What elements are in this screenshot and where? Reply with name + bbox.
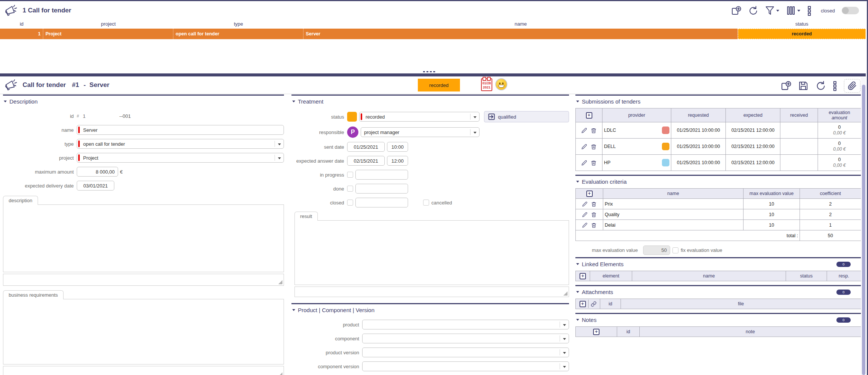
description-tab[interactable]: description xyxy=(3,196,38,205)
business-requirements-editor-footer[interactable] xyxy=(3,366,284,375)
trash-icon[interactable] xyxy=(591,212,596,217)
in-progress-checkbox[interactable] xyxy=(347,172,353,178)
trash-icon[interactable] xyxy=(591,201,596,207)
chevron-down-icon[interactable] xyxy=(563,324,566,326)
trash-icon[interactable] xyxy=(591,223,596,228)
chevron-down-icon[interactable] xyxy=(278,143,281,145)
add-linked-element-button[interactable]: + xyxy=(580,273,586,279)
resize-grip-icon[interactable] xyxy=(563,291,568,296)
edit-icon[interactable] xyxy=(581,144,587,149)
status-select[interactable]: recorded xyxy=(359,112,480,122)
table-row[interactable]: 1 Project open call for tender Server re… xyxy=(0,29,866,39)
list-header-id[interactable]: id xyxy=(0,21,43,27)
edit-icon[interactable] xyxy=(581,128,587,133)
add-note-button[interactable]: + xyxy=(593,329,599,335)
trash-icon[interactable] xyxy=(591,128,596,133)
delivery-date-field[interactable] xyxy=(77,181,114,191)
add-submission-button[interactable]: + xyxy=(586,112,592,119)
chevron-down-icon[interactable] xyxy=(473,116,476,118)
more-menu-icon[interactable] xyxy=(807,6,812,16)
name-field[interactable]: Server xyxy=(77,125,284,135)
table-row[interactable]: LDLC 01/25/2021 10:00:00 02/15/2021 12:0… xyxy=(576,122,861,138)
closed-date-field[interactable] xyxy=(355,198,408,207)
chevron-down-icon[interactable] xyxy=(563,352,566,354)
list-header-project[interactable]: project xyxy=(43,21,173,27)
sent-time-field[interactable] xyxy=(387,142,408,152)
project-select[interactable]: Project xyxy=(77,153,284,163)
in-progress-date-field[interactable] xyxy=(355,170,408,180)
cancelled-checkbox[interactable] xyxy=(423,200,429,206)
answer-date-field[interactable] xyxy=(347,156,385,166)
table-row[interactable]: Delai 10 1 xyxy=(576,220,861,230)
description-editor[interactable] xyxy=(3,204,284,272)
closed-checkbox[interactable] xyxy=(347,200,353,206)
next-status-button[interactable]: qualified xyxy=(484,111,569,122)
table-row[interactable]: DELL 01/25/2021 10:00:00 02/15/2021 12:0… xyxy=(576,138,861,154)
add-icon[interactable] xyxy=(781,81,791,91)
row-cell-status[interactable]: recorded xyxy=(738,29,866,39)
edit-icon[interactable] xyxy=(581,160,587,166)
type-select[interactable]: open call for tender xyxy=(77,139,284,149)
attachment-dropzone[interactable] xyxy=(844,79,860,93)
submissions-section-header[interactable]: Submissions of tenders xyxy=(575,95,861,107)
linked-elements-section-header[interactable]: Linked Elements 0 xyxy=(575,257,861,269)
product-section-header[interactable]: Product | Component | Version xyxy=(291,303,569,315)
list-header-status[interactable]: status xyxy=(738,21,866,27)
more-menu-icon[interactable] xyxy=(833,81,837,91)
result-editor-footer[interactable] xyxy=(294,287,569,297)
product-version-select[interactable] xyxy=(362,348,569,357)
chevron-down-icon[interactable] xyxy=(563,366,566,368)
resize-grip-icon[interactable] xyxy=(278,280,282,284)
row-cell-name[interactable]: Server xyxy=(303,29,738,39)
sent-date-field[interactable] xyxy=(347,142,385,152)
refresh-icon[interactable] xyxy=(815,81,826,91)
chevron-down-icon[interactable] xyxy=(563,338,566,340)
business-requirements-editor[interactable] xyxy=(3,299,284,364)
link-icon[interactable] xyxy=(591,301,596,307)
resize-grip-icon[interactable] xyxy=(278,372,282,375)
result-editor[interactable] xyxy=(294,220,569,285)
save-icon[interactable] xyxy=(798,81,809,91)
description-section-header[interactable]: Description xyxy=(3,95,284,107)
scrollbar-thumb[interactable] xyxy=(862,85,865,375)
columns-icon[interactable] xyxy=(786,6,800,15)
responsible-select[interactable]: project manager xyxy=(361,127,480,137)
list-header-type[interactable]: type xyxy=(173,21,303,27)
criteria-section-header[interactable]: Evaluation criteria xyxy=(575,175,861,187)
attachments-section-header[interactable]: Attachments 0 xyxy=(575,285,861,297)
product-select[interactable] xyxy=(362,320,569,329)
answer-time-field[interactable] xyxy=(387,156,408,166)
trash-icon[interactable] xyxy=(591,144,596,149)
done-checkbox[interactable] xyxy=(347,186,353,192)
split-drag-handle-icon[interactable] xyxy=(423,71,435,72)
table-row[interactable]: Quality 10 2 xyxy=(576,209,861,220)
add-icon[interactable] xyxy=(731,6,741,16)
row-cell-id[interactable]: 1 xyxy=(0,29,43,39)
add-criterion-button[interactable]: + xyxy=(586,191,593,197)
chevron-down-icon[interactable] xyxy=(278,157,281,159)
row-cell-project[interactable]: Project xyxy=(43,29,173,39)
filter-icon[interactable] xyxy=(765,6,779,15)
component-version-select[interactable] xyxy=(362,361,569,371)
table-row[interactable]: HP 01/25/2021 10:00:00 02/15/2021 12:00:… xyxy=(576,154,861,171)
edit-icon[interactable] xyxy=(582,223,587,228)
description-editor-footer[interactable] xyxy=(3,274,284,286)
business-requirements-tab[interactable]: business requirements xyxy=(3,290,64,299)
result-tab[interactable]: result xyxy=(294,212,318,221)
list-header-name[interactable]: name xyxy=(303,21,738,27)
refresh-icon[interactable] xyxy=(748,6,758,16)
component-select[interactable] xyxy=(362,334,569,343)
closed-toggle[interactable] xyxy=(842,7,859,14)
treatment-section-header[interactable]: Treatment xyxy=(291,95,569,107)
add-attachment-button[interactable]: + xyxy=(580,301,586,307)
max-amount-field[interactable] xyxy=(77,167,118,177)
chevron-down-icon[interactable] xyxy=(473,132,476,134)
table-row[interactable]: Prix 10 2 xyxy=(576,198,861,209)
edit-icon[interactable] xyxy=(582,212,587,217)
edit-icon[interactable] xyxy=(582,201,587,207)
notes-section-header[interactable]: Notes 0 xyxy=(575,313,861,325)
trash-icon[interactable] xyxy=(591,160,596,166)
row-cell-type[interactable]: open call for tender xyxy=(173,29,303,39)
vertical-scrollbar[interactable] xyxy=(861,78,866,375)
fix-evaluation-checkbox[interactable] xyxy=(672,247,678,253)
